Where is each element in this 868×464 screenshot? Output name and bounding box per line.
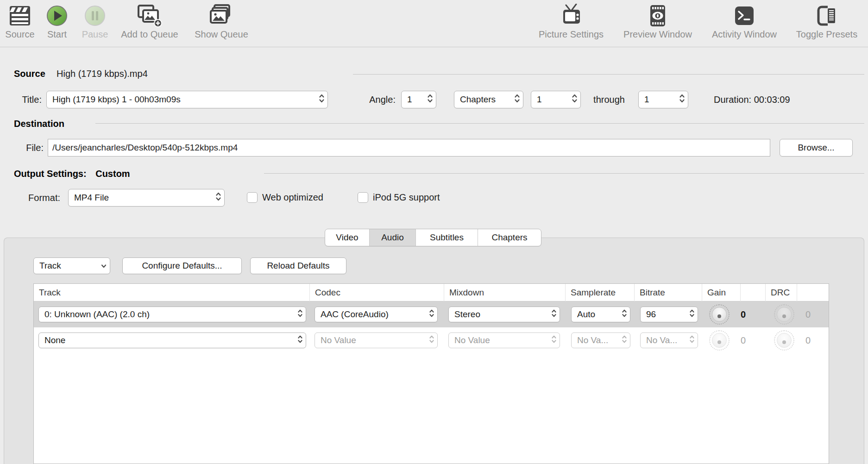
row0-gain-knob[interactable] <box>709 304 730 325</box>
tab-video[interactable]: Video <box>325 229 370 246</box>
col-header-blank2 <box>797 284 829 301</box>
format-label: Format: <box>14 189 60 207</box>
row1-track-popup[interactable]: None <box>38 332 306 348</box>
toolbar-add-to-queue-button[interactable]: Add to Queue <box>110 3 189 45</box>
toolbar-show-queue-button[interactable]: Show Queue <box>185 3 258 45</box>
row1-samplerate-popup: No Va... <box>571 332 630 348</box>
row1-mixdown-popup: No Value <box>448 332 560 348</box>
col-header-mixdown: Mixdown <box>444 284 566 301</box>
title-popup[interactable]: High (1719 kbps) 1 - 00h03m09s <box>46 91 328 108</box>
row1-samplerate-value: No Va... <box>577 335 620 345</box>
range-type-value: Chapters <box>460 94 512 105</box>
pause-icon <box>84 3 106 29</box>
audio-track-row-0[interactable]: 0: Unknown (AAC) (2.0 ch) AAC (CoreAudio… <box>34 301 829 327</box>
row1-codec-value: No Value <box>321 335 427 345</box>
filmstrip-eye-icon <box>647 3 669 29</box>
row1-drc-value: 0 <box>805 327 824 353</box>
reload-defaults-button[interactable]: Reload Defaults <box>250 257 346 274</box>
output-settings-heading-text: Output Settings: <box>14 169 87 179</box>
tab-audio-label: Audio <box>381 232 404 243</box>
row0-track-popup[interactable]: 0: Unknown (AAC) (2.0 ch) <box>38 307 306 322</box>
toolbar-preview-window-label: Preview Window <box>623 29 692 40</box>
configure-defaults-button[interactable]: Configure Defaults... <box>122 257 242 274</box>
toolbar-picture-settings-button[interactable]: Picture Settings <box>527 3 615 45</box>
format-popup-value: MP4 File <box>74 193 214 203</box>
web-optimized-checkbox[interactable] <box>247 192 258 203</box>
row0-mixdown-value: Stereo <box>454 309 549 320</box>
toolbar-pause-label: Pause <box>82 29 108 40</box>
row0-track-value: 0: Unknown (AAC) (2.0 ch) <box>44 309 296 320</box>
toolbar-toggle-presets-button[interactable]: Toggle Presets <box>786 3 868 45</box>
browse-button[interactable]: Browse... <box>780 139 853 157</box>
ipod-5g-label: iPod 5G support <box>373 192 440 203</box>
row0-codec-popup[interactable]: AAC (CoreAudio) <box>314 307 438 322</box>
settings-tabbar: Video Audio Subtitles Chapters <box>325 229 541 246</box>
row0-bitrate-popup[interactable]: 96 <box>640 307 698 322</box>
range-end-value: 1 <box>644 94 677 105</box>
tab-subtitles[interactable]: Subtitles <box>416 229 478 246</box>
tab-audio[interactable]: Audio <box>370 229 416 246</box>
row0-gain-value: 0 <box>741 301 759 327</box>
output-settings-preset: Custom <box>95 169 130 179</box>
duration-text: Duration: 00:03:09 <box>714 91 790 108</box>
configure-defaults-label: Configure Defaults... <box>142 261 222 271</box>
range-start-popup[interactable]: 1 <box>531 91 581 108</box>
track-selector-value: Track <box>39 261 99 271</box>
toolbar-start-label: Start <box>47 29 67 40</box>
handbrake-window: Source Start <box>0 0 868 464</box>
chevron-updown-icon <box>551 335 557 346</box>
toolbar-start-button[interactable]: Start <box>37 3 77 45</box>
chevron-updown-icon <box>689 335 695 346</box>
source-filename: High (1719 kbps).mp4 <box>57 65 148 82</box>
tv-icon <box>559 3 583 29</box>
chevron-updown-icon <box>689 309 695 320</box>
destination-separator <box>95 123 864 124</box>
output-settings-heading: Output Settings: Custom <box>14 168 130 180</box>
toolbar-preview-window-button[interactable]: Preview Window <box>614 3 702 45</box>
row1-codec-popup: No Value <box>314 332 438 348</box>
row0-drc-value: 0 <box>805 301 824 327</box>
chevron-updown-icon <box>297 309 303 320</box>
row1-gain-knob <box>709 330 730 351</box>
angle-label: Angle: <box>357 91 396 108</box>
chevron-updown-icon <box>572 94 578 106</box>
source-heading: Source <box>14 68 45 80</box>
row0-mixdown-popup[interactable]: Stereo <box>448 307 560 322</box>
toolbar: Source Start <box>0 0 868 47</box>
row0-codec-value: AAC (CoreAudio) <box>321 309 427 320</box>
toolbar-activity-window-button[interactable]: Activity Window <box>700 3 788 45</box>
title-popup-value: High (1719 kbps) 1 - 00h03m09s <box>52 94 317 105</box>
row0-samplerate-popup[interactable]: Auto <box>571 307 630 322</box>
range-type-popup[interactable]: Chapters <box>454 91 523 108</box>
range-end-popup[interactable]: 1 <box>638 91 688 108</box>
title-label: Title: <box>9 91 42 108</box>
chevron-updown-icon <box>427 94 433 106</box>
through-label: through <box>586 91 632 108</box>
terminal-icon <box>733 3 756 29</box>
col-header-bitrate: Bitrate <box>635 284 702 301</box>
destination-heading: Destination <box>14 118 64 130</box>
track-selector-pulldown[interactable]: Track <box>33 257 110 274</box>
tab-chapters[interactable]: Chapters <box>478 229 541 246</box>
col-header-blank1 <box>741 284 766 301</box>
toolbar-picture-settings-label: Picture Settings <box>539 29 604 40</box>
ipod-5g-checkbox[interactable] <box>358 192 368 203</box>
audio-table-header: Track Codec Mixdown Samplerate Bitrate G… <box>34 284 829 301</box>
chevron-updown-icon <box>215 192 221 204</box>
chevron-updown-icon <box>429 335 434 346</box>
col-header-track: Track <box>34 284 310 301</box>
row1-bitrate-value: No Va... <box>646 335 687 345</box>
file-path-input[interactable]: /Users/jeancharles/Desktop/540p-512kbps.… <box>48 139 770 157</box>
format-popup[interactable]: MP4 File <box>68 189 225 207</box>
audio-track-row-1[interactable]: None No Value No Value No Va... No Va... <box>34 327 829 353</box>
row1-mixdown-value: No Value <box>454 335 549 345</box>
chevron-updown-icon <box>622 309 627 320</box>
col-header-drc: DRC <box>766 284 797 301</box>
presets-drawer-icon <box>815 3 838 29</box>
toolbar-source-button[interactable]: Source <box>0 3 40 45</box>
chevron-updown-icon <box>429 309 434 320</box>
angle-popup[interactable]: 1 <box>401 91 436 108</box>
col-header-gain: Gain <box>702 284 741 301</box>
toolbar-activity-window-label: Activity Window <box>712 29 777 40</box>
web-optimized-label: Web optimized <box>262 192 323 203</box>
